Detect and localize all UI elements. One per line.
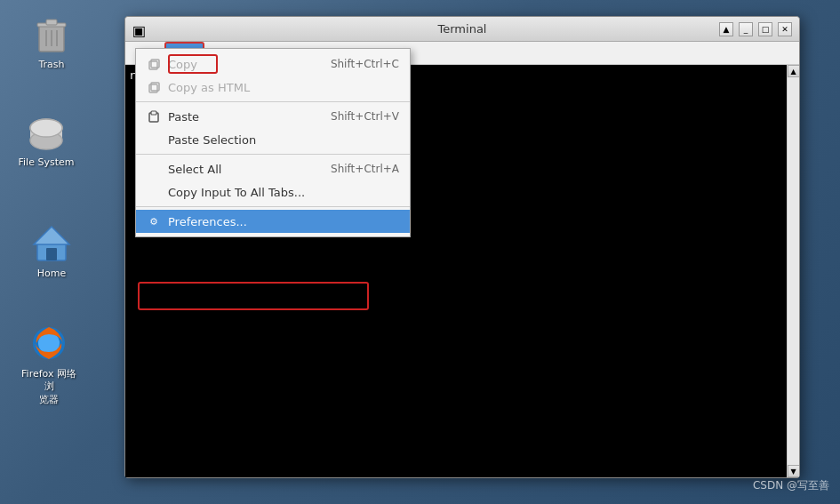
terminal-title: Terminal [438,22,487,36]
home-label: Home [37,268,66,280]
menu-item-paste[interactable]: Paste Shift+Ctrl+V [136,105,410,128]
menu-item-copy-input[interactable]: Copy Input To All Tabs... [136,180,410,204]
paste-icon [147,109,161,124]
copy-html-label: Copy as HTML [168,81,250,94]
watermark: CSDN @写至善 [753,478,829,493]
home-icon[interactable]: Home [16,218,87,284]
separator-2 [136,154,410,155]
title-bar: ▣ Terminal ▲ _ □ ✕ [125,17,799,42]
home-image [30,221,73,264]
trash-label: Trash [38,59,64,71]
edit-dropdown-menu: Copy Shift+Ctrl+C Copy as HTML Paste Shi… [135,48,411,237]
paste-selection-label: Paste Selection [168,133,256,147]
filesystem-icon[interactable]: File System [11,107,82,172]
firefox-label: Firefox 网络浏 览器 [17,368,81,406]
menu-item-preferences[interactable]: ⚙ Preferences... [136,210,410,233]
close-button[interactable]: ✕ [778,22,792,36]
svg-rect-12 [46,248,57,260]
preferences-icon: ⚙ [147,214,161,228]
select-all-shortcut: Shift+Ctrl+A [331,163,399,175]
preferences-label: Preferences... [168,215,247,228]
firefox-icon[interactable]: Firefox 网络浏 览器 [13,318,84,410]
menu-item-select-all[interactable]: Select All Shift+Ctrl+A [136,157,410,180]
copy-icon [147,57,161,71]
svg-point-9 [30,119,62,137]
svg-rect-20 [151,111,156,115]
paste-shortcut: Shift+Ctrl+V [331,110,399,123]
firefox-image [28,322,70,364]
trash-image [30,12,73,55]
window-controls: ▲ _ □ ✕ [719,22,792,36]
filesystem-label: File System [19,156,75,169]
select-all-label: Select All [168,163,221,176]
menu-item-copy[interactable]: Copy Shift+Ctrl+C [136,52,410,76]
trash-icon[interactable]: Trash [16,9,87,75]
maximize-button[interactable]: □ [758,22,772,36]
menu-item-paste-selection[interactable]: Paste Selection [136,128,410,151]
minimize-button[interactable]: _ [739,22,753,36]
menu-item-copy-html[interactable]: Copy as HTML [136,76,410,99]
scrollbar-up-button[interactable]: ▲ [788,65,800,77]
terminal-window-icon: ▣ [132,22,147,36]
scrollbar-track[interactable] [788,77,799,465]
up-button[interactable]: ▲ [719,22,733,36]
svg-rect-2 [46,20,57,25]
select-all-icon [147,162,161,176]
separator-3 [136,206,410,207]
terminal-scrollbar: ▲ ▼ [787,65,799,477]
copy-input-icon [147,185,161,199]
separator-1 [136,101,410,102]
paste-selection-icon [147,132,161,147]
copy-label: Copy [168,58,197,71]
svg-marker-11 [34,227,69,244]
paste-label: Paste [168,110,199,124]
copy-input-label: Copy Input To All Tabs... [168,186,305,199]
copy-shortcut: Shift+Ctrl+C [331,58,399,70]
copy-html-icon [147,80,161,94]
filesystem-image [25,110,68,153]
scrollbar-down-button[interactable]: ▼ [788,465,800,477]
